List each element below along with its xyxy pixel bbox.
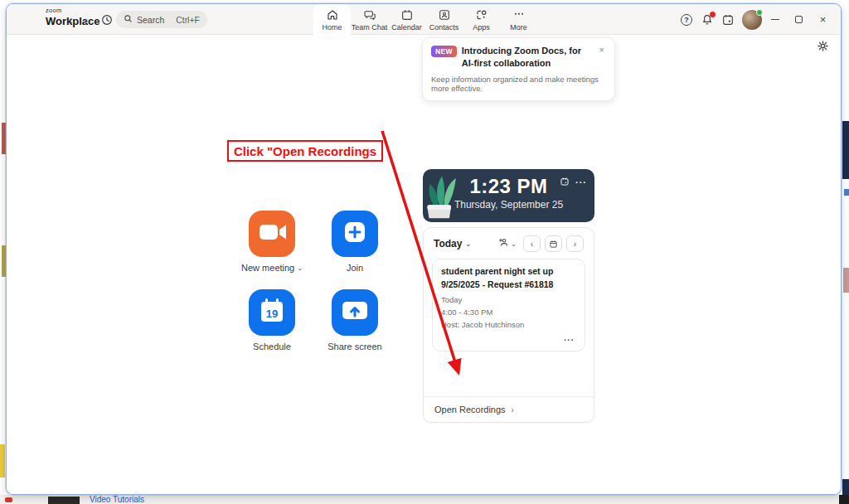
right-column: 1:23 PM Thursday, September 25 ··· [423, 169, 594, 423]
background-fragment-navy-top [842, 121, 849, 179]
background-bottom-strip: Video Tutorials [0, 495, 849, 504]
tab-more[interactable]: More [500, 4, 537, 35]
meeting-card[interactable]: student parent night set up 9/25/2025 - … [432, 259, 585, 351]
open-recordings-label: Open Recordings [434, 405, 506, 414]
schedule-panel: Today ⌄ ⌄ [423, 227, 594, 423]
tab-home-label: Home [322, 23, 342, 32]
search-input[interactable]: Search Ctrl+F [116, 11, 207, 28]
share-screen-button[interactable]: Share screen [327, 289, 381, 351]
banner-title: Introducing Zoom Docs, for AI-first coll… [462, 45, 593, 70]
zoom-docs-banner: NEW Introducing Zoom Docs, for AI-first … [422, 37, 615, 101]
time-card: 1:23 PM Thursday, September 25 ··· [423, 169, 594, 222]
share-screen-label: Share screen [327, 342, 381, 351]
search-shortcut: Ctrl+F [176, 15, 200, 25]
meeting-title: student parent night set up 9/25/2025 - … [441, 265, 576, 292]
schedule-toolbar: Today ⌄ ⌄ [424, 228, 594, 256]
new-meeting-button[interactable]: New meeting ⌄ [241, 211, 303, 273]
more-icon [512, 8, 526, 22]
video-tutorials-link[interactable]: Video Tutorials [90, 495, 144, 504]
background-fragment-yellow [0, 444, 5, 477]
chevron-right-icon: › [512, 405, 514, 414]
presence-status-dot [756, 9, 763, 16]
home-content: NEW Introducing Zoom Docs, for AI-first … [7, 35, 841, 494]
maximize-button[interactable] [788, 4, 810, 35]
new-badge: NEW [431, 46, 457, 57]
background-icon [5, 497, 12, 502]
join-tile[interactable] [332, 211, 378, 257]
zoom-workplace-window: zoom Workplace ‹ › Search Ctrl+F [6, 3, 842, 495]
chevron-down-icon: ⌄ [511, 240, 517, 248]
main-tabs: Home Team Chat Calendar [313, 4, 537, 35]
meeting-time-range: 4:00 - 4:30 PM [441, 306, 576, 318]
tab-calendar-label: Calendar [391, 23, 422, 32]
chevron-down-icon[interactable]: ⌄ [297, 264, 303, 272]
tab-apps-label: Apps [473, 23, 490, 32]
time-card-more-icon[interactable]: ··· [575, 178, 587, 187]
calendar-icon [400, 8, 414, 22]
share-up-arrow-icon [332, 288, 378, 337]
schedule-tile[interactable]: 19 [249, 289, 295, 336]
tab-contacts[interactable]: Contacts [425, 4, 463, 35]
meeting-day: Today [441, 293, 576, 306]
home-actions: New meeting ⌄ Join [230, 211, 405, 351]
schedule-empty-space [424, 351, 594, 396]
chevron-down-icon: ⌄ [465, 240, 471, 248]
notification-badge [710, 12, 716, 17]
calendar-small-icon[interactable] [560, 175, 570, 190]
apps-icon [475, 8, 488, 22]
annotation-callout: Click "Open Recordings [227, 140, 383, 162]
minimize-icon [771, 19, 779, 20]
join-button[interactable]: Join [332, 211, 378, 273]
clock-date: Thursday, September 25 [423, 199, 594, 211]
today-dropdown[interactable]: Today ⌄ [434, 238, 471, 250]
calendar-day-number: 19 [266, 308, 278, 320]
help-glyph: ? [684, 16, 689, 24]
jump-to-date-button[interactable] [545, 235, 562, 252]
meeting-more-icon[interactable]: ··· [441, 331, 576, 348]
background-fragment-blue [844, 189, 849, 196]
back-button[interactable]: ‹ [63, 4, 78, 35]
banner-subtitle: Keep information organized and make meet… [431, 75, 606, 93]
tab-more-label: More [510, 23, 527, 32]
calendar-19-icon: 19 [249, 288, 295, 337]
search-icon [124, 14, 133, 25]
schedule-button[interactable]: 19 Schedule [249, 289, 295, 351]
avatar[interactable] [742, 10, 762, 30]
join-label: Join [347, 263, 363, 273]
availability-dropdown[interactable]: ⌄ [498, 236, 517, 251]
search-placeholder: Search [137, 15, 164, 25]
tab-team-chat[interactable]: Team Chat [351, 4, 388, 35]
person-status-icon [498, 236, 509, 251]
titlebar: zoom Workplace ‹ › Search Ctrl+F [7, 4, 841, 35]
titlebar-right: ? × [675, 4, 834, 35]
tab-calendar[interactable]: Calendar [388, 4, 425, 35]
schedule-label: Schedule [253, 342, 291, 351]
plus-icon [332, 209, 378, 259]
maximize-icon [795, 16, 803, 23]
video-camera-icon [249, 209, 295, 259]
new-meeting-label: New meeting [241, 263, 294, 273]
tab-team-chat-label: Team Chat [352, 23, 388, 32]
close-button[interactable]: × [812, 4, 834, 35]
minimize-button[interactable] [764, 4, 786, 35]
banner-close-icon[interactable]: × [598, 45, 606, 56]
open-recordings-link[interactable]: Open Recordings › [424, 396, 594, 422]
today-dropdown-label: Today [434, 238, 462, 250]
background-block [839, 495, 849, 504]
tab-home[interactable]: Home [313, 4, 351, 36]
history-icon[interactable] [98, 11, 115, 28]
tab-apps[interactable]: Apps [463, 4, 500, 35]
next-day-button[interactable]: › [566, 235, 584, 252]
chat-icon [363, 8, 376, 22]
new-meeting-tile[interactable] [249, 211, 295, 257]
tab-contacts-label: Contacts [429, 23, 459, 32]
help-icon[interactable]: ? [677, 11, 696, 29]
notifications-bell-icon[interactable] [698, 11, 716, 29]
contacts-icon [438, 8, 451, 22]
prev-day-button[interactable]: ‹ [523, 235, 541, 252]
meetings-calendar-icon[interactable] [719, 11, 737, 29]
settings-gear-icon[interactable] [816, 39, 831, 54]
background-block [48, 497, 80, 504]
share-screen-tile[interactable] [332, 289, 378, 336]
forward-button[interactable]: › [80, 4, 95, 35]
